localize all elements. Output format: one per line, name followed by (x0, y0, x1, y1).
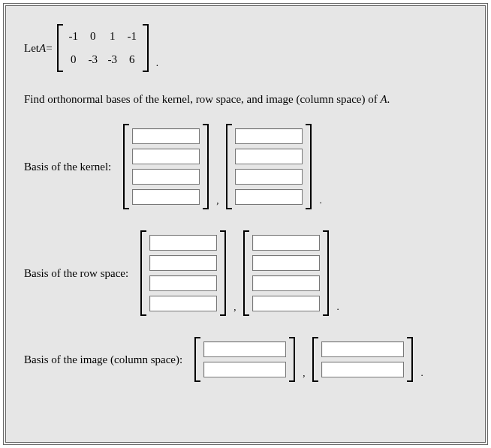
image-v2-c2[interactable] (321, 362, 404, 377)
inner-frame: Let A = -1 0 1 -1 0 -3 -3 6 (5, 5, 486, 443)
image-v1-c1[interactable] (203, 341, 286, 357)
kernel-v2-c2[interactable] (235, 149, 303, 164)
outer-frame: Let A = -1 0 1 -1 0 -3 -3 6 (3, 3, 488, 445)
image-label: Basis of the image (column space): (24, 353, 182, 366)
matrix-cell: -3 (87, 53, 99, 66)
comma: , (303, 367, 305, 382)
rowspace-vector-2 (243, 230, 329, 316)
right-bracket-icon (407, 337, 413, 382)
row-space-label: Basis of the row space: (24, 267, 128, 280)
kernel-vector-1 (123, 124, 209, 209)
image-vector-1 (194, 337, 295, 382)
rowspace-v1-c1[interactable] (149, 235, 217, 251)
matrix-content: -1 0 1 -1 0 -3 -3 6 (63, 24, 143, 72)
rowspace-v1-c3[interactable] (149, 275, 217, 291)
image-vector-2 (312, 337, 413, 382)
instruction-post: . (387, 93, 390, 105)
instruction-pre: Find orthonormal bases of the kernel, ro… (24, 93, 380, 105)
let-text: Let (24, 42, 39, 55)
left-bracket-icon (57, 24, 63, 72)
right-bracket-icon (203, 124, 209, 209)
kernel-row: Basis of the kernel: , (24, 124, 470, 209)
kernel-v1-c3[interactable] (132, 169, 200, 185)
matrix-row-0: -1 0 1 -1 (68, 30, 138, 43)
left-bracket-icon (194, 337, 200, 382)
equals-text: = (46, 42, 52, 55)
comma: , (233, 301, 236, 316)
right-bracket-icon (289, 337, 295, 382)
kernel-v1-c2[interactable] (132, 149, 200, 164)
row-space-row: Basis of the row space: , (24, 230, 470, 316)
rowspace-v2-c1[interactable] (252, 235, 320, 251)
left-bracket-icon (140, 230, 146, 316)
rowspace-v1-c4[interactable] (149, 296, 217, 311)
kernel-v1-c4[interactable] (132, 189, 200, 205)
rowspace-v1-c2[interactable] (149, 255, 217, 271)
left-bracket-icon (243, 230, 249, 316)
variable-A: A (39, 42, 46, 55)
matrix-cell: 0 (68, 53, 80, 66)
period: . (336, 301, 339, 316)
matrix-cell: 6 (126, 53, 138, 66)
rowspace-vector-1 (140, 230, 226, 316)
kernel-v1-c1[interactable] (132, 128, 200, 144)
comma: , (216, 194, 218, 209)
period: . (156, 57, 158, 72)
left-bracket-icon (123, 124, 129, 209)
matrix-cell: 1 (107, 30, 119, 43)
period: . (420, 367, 423, 382)
definition-row: Let A = -1 0 1 -1 0 -3 -3 6 (24, 24, 470, 72)
rowspace-v2-c4[interactable] (252, 296, 320, 311)
left-bracket-icon (226, 124, 232, 209)
right-bracket-icon (306, 124, 312, 209)
instruction-var: A (380, 93, 387, 105)
instruction-text: Find orthonormal bases of the kernel, ro… (24, 93, 470, 106)
rowspace-v2-c2[interactable] (252, 255, 320, 271)
image-v1-c2[interactable] (203, 362, 286, 377)
kernel-v2-c3[interactable] (235, 169, 303, 185)
matrix-A: -1 0 1 -1 0 -3 -3 6 (57, 24, 149, 72)
kernel-v2-c1[interactable] (235, 128, 303, 144)
right-bracket-icon (220, 230, 226, 316)
right-bracket-icon (323, 230, 329, 316)
left-bracket-icon (312, 337, 318, 382)
kernel-vector-2 (226, 124, 312, 209)
kernel-label: Basis of the kernel: (24, 161, 111, 173)
matrix-cell: 0 (87, 30, 99, 43)
kernel-v2-c4[interactable] (235, 189, 303, 205)
matrix-row-1: 0 -3 -3 6 (68, 53, 138, 66)
image-v2-c1[interactable] (321, 341, 404, 357)
matrix-cell: -3 (107, 53, 119, 66)
matrix-cell: -1 (126, 30, 138, 43)
right-bracket-icon (143, 24, 149, 72)
image-row: Basis of the image (column space): , (24, 337, 470, 382)
period: . (319, 194, 321, 209)
rowspace-v2-c3[interactable] (252, 275, 320, 291)
matrix-cell: -1 (68, 30, 80, 43)
